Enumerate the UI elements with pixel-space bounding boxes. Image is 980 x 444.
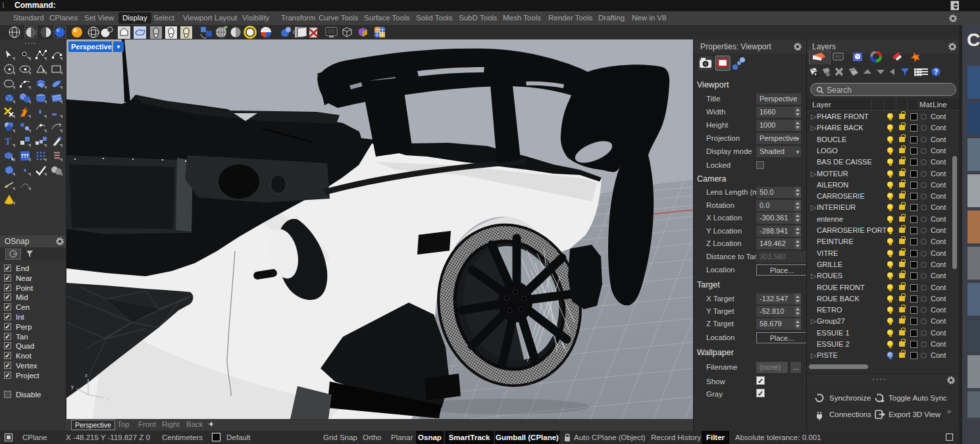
svg-text:z: z (85, 372, 88, 378)
svg-text:?: ? (856, 54, 860, 60)
svg-text:?: ? (934, 68, 938, 76)
svg-text:x: x (107, 396, 109, 402)
svg-text:▼: ▼ (116, 44, 121, 50)
svg-text:Perspective: Perspective (71, 43, 112, 51)
svg-text:y: y (71, 383, 74, 389)
svg-text:T: T (5, 136, 11, 147)
